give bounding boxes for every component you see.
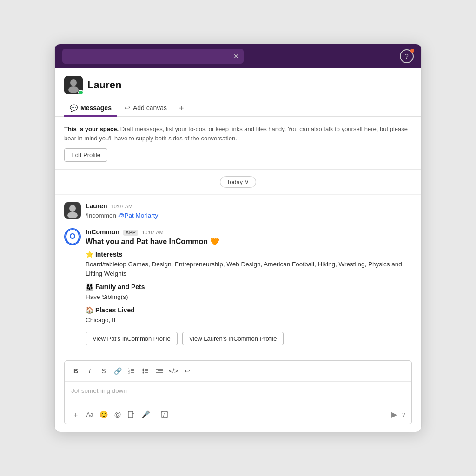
ordered-list-icon: 1.2.3. (128, 368, 135, 374)
lauren-msg-time: 10:07 AM (111, 204, 132, 209)
svg-point-0 (70, 79, 77, 86)
tab-add-canvas[interactable]: ↩ Add canvas (119, 100, 172, 117)
app-badge: APP (123, 230, 138, 236)
interests-content: Board/tabletop Games, Design, Entreprene… (86, 260, 412, 279)
svg-point-10 (143, 368, 144, 370)
incommon-message-content: InCommon APP 10:07 AM What you and Pat h… (86, 228, 412, 345)
message-editor: B I S 🔗 1.2.3. </> ↩ Jot something down … (64, 360, 412, 424)
today-label: Today (227, 178, 243, 185)
svg-text:/: / (163, 412, 165, 417)
tab-add-button[interactable]: + (174, 100, 189, 117)
search-close-icon[interactable]: ✕ (233, 53, 239, 60)
audio-button[interactable]: 🎤 (139, 408, 152, 421)
svg-text:3.: 3. (128, 371, 130, 374)
search-bar[interactable]: ✕ (62, 49, 244, 64)
message-row-incommon: O InCommon APP 10:07 AM What you and Pat… (64, 228, 412, 345)
indent-button[interactable] (153, 364, 166, 377)
link-button[interactable]: 🔗 (111, 364, 124, 377)
bullet-list-button[interactable] (139, 364, 152, 377)
intro-bold: This is your space. (64, 126, 119, 132)
mention-button[interactable]: @ (111, 408, 124, 421)
online-status-dot (78, 90, 84, 95)
interests-label: Interests (95, 251, 122, 258)
lauren-sender-name: Lauren (86, 202, 107, 210)
svg-point-3 (67, 212, 78, 218)
bullet-list-icon (142, 368, 149, 374)
interests-emoji: ⭐ (86, 251, 93, 258)
family-pets-content: Have Sibling(s) (86, 292, 412, 302)
send-button[interactable]: ▶ (389, 408, 400, 421)
messages-area: Lauren 10:07 AM /incommon @Pat Moriarty … (55, 195, 421, 360)
lauren-avatar-svg (64, 202, 81, 219)
intro-text: This is your space. Draft messages, list… (64, 125, 412, 143)
svg-point-1 (68, 86, 79, 93)
places-lived-content: Chicago, IL (86, 316, 412, 325)
add-attachment-button[interactable]: + (69, 408, 82, 421)
family-pets-label: Family and Pets (95, 283, 145, 291)
incommon-sender-name: InCommon (86, 228, 119, 236)
bottom-tools: + Aa 😊 @ 🎤 / (69, 408, 389, 421)
help-label: ? (405, 53, 409, 60)
notification-dot (410, 49, 414, 53)
edit-profile-button[interactable]: Edit Profile (64, 148, 107, 162)
editor-toolbar: B I S 🔗 1.2.3. </> ↩ (65, 361, 411, 382)
interests-heading: ⭐ Interests (86, 251, 412, 258)
incommon-msg-time: 10:07 AM (142, 230, 163, 235)
tab-messages-label: Messages (80, 104, 112, 112)
editor-bottom-toolbar: + Aa 😊 @ 🎤 / ▶ ∨ (65, 405, 411, 424)
lauren-msg-header: Lauren 10:07 AM (86, 202, 412, 210)
avatar (64, 76, 83, 94)
message-row-lauren: Lauren 10:07 AM /incommon @Pat Moriarty (64, 202, 412, 220)
svg-point-2 (69, 205, 76, 212)
bottom-separator (155, 410, 155, 419)
view-pat-profile-button[interactable]: View Pat's InCommon Profile (86, 332, 178, 345)
bold-button[interactable]: B (69, 364, 82, 377)
send-wrap: ▶ ∨ (389, 408, 407, 421)
lauren-msg-body: /incommon @Pat Moriarty (86, 211, 412, 220)
family-pets-heading: 👨‍👩‍👧 Family and Pets (86, 283, 412, 291)
svg-point-12 (143, 372, 144, 373)
incommon-title: What you and Pat have InCommon 🧡 (86, 237, 412, 246)
app-window: ✕ ? Lauren 💬 Messages ↩ Add canvas (54, 44, 422, 432)
svg-point-11 (143, 370, 144, 371)
places-lived-heading: 🏠 Places Lived (86, 306, 412, 314)
add-canvas-tab-icon: ↩ (125, 104, 130, 112)
send-options-button[interactable]: ∨ (401, 410, 407, 420)
emoji-button[interactable]: 😊 (97, 408, 110, 421)
incommon-msg-header: InCommon APP 10:07 AM (86, 228, 412, 236)
editor-placeholder: Jot something down (71, 387, 127, 394)
family-pets-emoji: 👨‍👩‍👧 (86, 283, 93, 291)
slash-command-button[interactable]: / (158, 408, 171, 421)
tab-messages[interactable]: 💬 Messages (64, 100, 117, 117)
command-text: /incommon (86, 212, 116, 219)
indent-icon (156, 368, 163, 374)
tabs-bar: 💬 Messages ↩ Add canvas + (55, 96, 421, 117)
today-pill[interactable]: Today ∨ (220, 176, 257, 188)
file-icon (128, 411, 135, 418)
today-chevron-icon: ∨ (245, 178, 249, 185)
file-button[interactable] (125, 408, 138, 421)
places-lived-emoji: 🏠 (86, 306, 93, 314)
messages-tab-icon: 💬 (70, 104, 78, 112)
italic-button[interactable]: I (83, 364, 96, 377)
profile-name: Lauren (87, 79, 121, 91)
editor-input-area[interactable]: Jot something down (65, 382, 411, 405)
undo-button[interactable]: ↩ (181, 364, 194, 377)
help-button[interactable]: ? (400, 49, 414, 63)
format-text-button[interactable]: Aa (83, 408, 96, 421)
mention-pat[interactable]: @Pat Moriarty (118, 212, 158, 219)
lauren-avatar (64, 202, 81, 219)
profile-header: Lauren (55, 68, 421, 94)
view-lauren-profile-button[interactable]: View Lauren's InCommon Profile (182, 332, 284, 345)
slash-icon: / (161, 411, 168, 418)
top-bar: ✕ ? (55, 44, 421, 68)
places-lived-label: Places Lived (95, 306, 135, 314)
today-divider: Today ∨ (55, 170, 421, 195)
incommon-circle-icon: O (65, 228, 80, 245)
tab-add-canvas-label: Add canvas (133, 104, 167, 112)
code-button[interactable]: </> (167, 364, 180, 377)
intro-section: This is your space. Draft messages, list… (55, 117, 421, 170)
ordered-list-button[interactable]: 1.2.3. (125, 364, 138, 377)
strikethrough-button[interactable]: S (97, 364, 110, 377)
profile-buttons: View Pat's InCommon Profile View Lauren'… (86, 332, 412, 345)
